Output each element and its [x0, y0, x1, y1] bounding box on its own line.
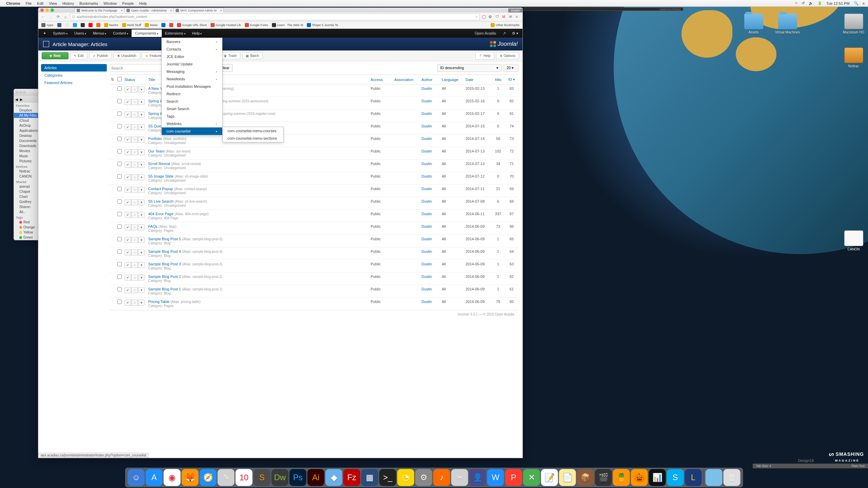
article-title-link[interactable]: FAQs: [148, 224, 158, 228]
col-language[interactable]: Language: [440, 75, 464, 84]
author-link[interactable]: Dustin: [421, 124, 432, 128]
article-title-link[interactable]: 404 Error Page: [148, 212, 174, 216]
drag-handle[interactable]: ⋮: [110, 272, 116, 285]
drag-handle[interactable]: ⋮: [110, 185, 116, 197]
sidebar-item-categories[interactable]: Categories: [41, 72, 107, 79]
dropdown-item[interactable]: Banners▸: [162, 38, 222, 45]
status-dropdown[interactable]: ▾: [138, 249, 145, 256]
dock-item[interactable]: A: [146, 469, 163, 486]
sync-icon[interactable]: ↺: [802, 1, 805, 5]
drag-handle[interactable]: ⋮: [110, 260, 116, 272]
other-bookmarks[interactable]: Other Bookmarks: [489, 22, 521, 28]
author-link[interactable]: Dustin: [421, 86, 432, 90]
status-dropdown[interactable]: ▾: [138, 174, 145, 180]
finder-item[interactable]: Pictures: [14, 159, 39, 164]
close-icon[interactable]: ×: [121, 9, 123, 12]
drag-handle[interactable]: ⋮: [110, 210, 116, 222]
row-checkbox[interactable]: [117, 249, 122, 254]
back-icon[interactable]: ◀: [15, 98, 18, 101]
published-icon[interactable]: ✔: [124, 212, 131, 218]
published-icon[interactable]: ✔: [124, 287, 131, 293]
row-checkbox[interactable]: [117, 187, 122, 191]
finder-item[interactable]: Yellow: [14, 230, 39, 235]
article-title-link[interactable]: Sample Blog Post 1: [148, 287, 181, 291]
menubar-item[interactable]: Help: [139, 1, 147, 5]
url-bar[interactable]: 🗋 a/administrator/index.php?option=com_c…: [70, 14, 480, 20]
topmenu-components[interactable]: Components: [132, 29, 162, 37]
row-checkbox[interactable]: [117, 300, 122, 304]
row-checkbox[interactable]: [117, 111, 122, 116]
dock-item[interactable]: ◉: [164, 469, 181, 486]
menubar-item[interactable]: People: [122, 1, 134, 5]
dock-item[interactable]: ✕: [523, 469, 540, 486]
article-title-link[interactable]: Pricing Table: [148, 300, 170, 304]
author-link[interactable]: Dustin: [421, 99, 432, 103]
article-title-link[interactable]: S5 Live Search: [148, 199, 174, 203]
dock-item[interactable]: ◔: [397, 469, 414, 486]
bookmark-item[interactable]: [87, 22, 94, 28]
options-button[interactable]: ⚙Options: [496, 52, 519, 59]
sidebar-item-featured-articles[interactable]: Featured Articles: [41, 79, 107, 86]
back-icon[interactable]: ←: [40, 15, 46, 19]
drag-handle[interactable]: ⋮: [110, 222, 116, 235]
col-order[interactable]: ⇅: [110, 75, 116, 84]
published-icon[interactable]: ✔: [124, 137, 131, 143]
dock-item[interactable]: 🦊: [182, 469, 199, 486]
menubar-item[interactable]: Bookmarks: [79, 1, 98, 5]
col-association[interactable]: Association: [393, 75, 420, 84]
status-dropdown[interactable]: ▾: [138, 149, 145, 155]
dock-item[interactable]: >_: [379, 469, 396, 486]
featured-icon[interactable]: ☆: [131, 300, 138, 306]
article-title-link[interactable]: Sample Blog Post 4: [148, 249, 181, 253]
dock-item[interactable]: 🎃: [631, 469, 648, 486]
dock-item[interactable]: ⚙: [415, 469, 432, 486]
finder-item[interactable]: All My Files: [14, 113, 39, 118]
drag-handle[interactable]: ⋮: [110, 197, 116, 210]
topmenu-menus[interactable]: Menus: [90, 29, 110, 37]
dock-item[interactable]: 🎬: [595, 469, 612, 486]
author-link[interactable]: Dustin: [421, 149, 432, 153]
bookmark-item[interactable]: [167, 22, 175, 28]
status-dropdown[interactable]: ▾: [138, 262, 145, 268]
bookmark-item[interactable]: Apps: [40, 22, 55, 28]
published-icon[interactable]: ✔: [124, 237, 131, 243]
close-icon[interactable]: ×: [220, 9, 222, 12]
featured-icon[interactable]: ☆: [131, 262, 138, 268]
dock-item[interactable]: P: [505, 469, 522, 486]
status-dropdown[interactable]: ▾: [138, 237, 145, 243]
status-dropdown[interactable]: ▾: [138, 187, 145, 193]
published-icon[interactable]: ✔: [124, 187, 131, 193]
desktop-icon-nottrac[interactable]: Nottrac: [841, 47, 866, 68]
menubar-item[interactable]: View: [49, 1, 57, 5]
browser-tab[interactable]: Open Acadia - Administrat×: [124, 8, 174, 13]
chrome-window[interactable]: Welcome to the Frontpage×Open Acadia - A…: [38, 7, 523, 458]
finder-item[interactable]: axerad: [14, 184, 39, 189]
article-title-link[interactable]: Sample Blog Post 2: [148, 274, 181, 279]
published-icon[interactable]: ✔: [124, 111, 131, 118]
bookmark-item[interactable]: Learn · The Web St: [270, 22, 305, 28]
dropdown-item[interactable]: Smart Search: [162, 105, 222, 113]
bookmark-item[interactable]: [95, 22, 102, 28]
status-dropdown[interactable]: ▾: [138, 274, 145, 281]
spotlight-icon[interactable]: 🔍: [854, 1, 859, 5]
topmenu-content[interactable]: Content: [110, 29, 132, 37]
finder-item[interactable]: Chapel: [14, 189, 39, 194]
featured-icon[interactable]: ☆: [131, 137, 138, 143]
published-icon[interactable]: ✔: [124, 149, 131, 155]
featured-icon[interactable]: ☆: [131, 224, 138, 230]
bookmark-item[interactable]: Google Hosted Lib: [209, 22, 243, 28]
published-icon[interactable]: ✔: [124, 174, 131, 180]
volume-icon[interactable]: 🔈: [809, 1, 813, 5]
status-dropdown[interactable]: ▾: [138, 287, 145, 293]
dropdown-item[interactable]: JCE Editor: [162, 53, 222, 60]
featured-icon[interactable]: ☆: [131, 174, 138, 180]
dock-item[interactable]: 📦: [577, 469, 594, 486]
drag-handle[interactable]: ⋮: [110, 160, 116, 172]
menu-icon[interactable]: ≡: [516, 15, 520, 19]
dock-item[interactable]: W: [487, 469, 504, 486]
bookmark-item[interactable]: [63, 22, 71, 28]
bookmark-item[interactable]: Google URL Short: [175, 22, 209, 28]
finder-item[interactable]: Movies: [14, 148, 39, 154]
dropdown-item[interactable]: Messaging▸: [162, 68, 222, 75]
reload-icon[interactable]: ⟳: [55, 15, 61, 19]
